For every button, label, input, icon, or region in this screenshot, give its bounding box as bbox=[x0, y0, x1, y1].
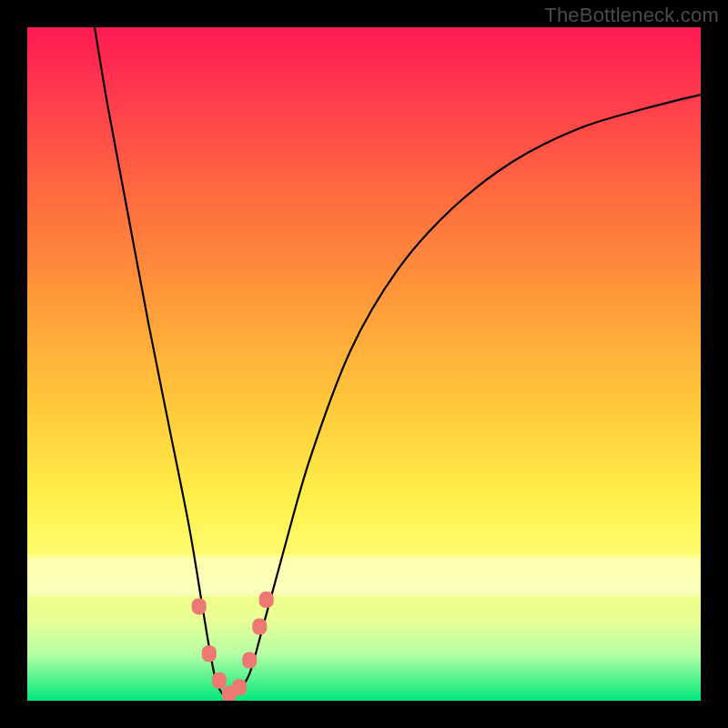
trough-marker bbox=[212, 672, 227, 689]
chart-frame: TheBottleneck.com bbox=[0, 0, 728, 728]
trough-marker bbox=[192, 598, 207, 614]
trough-marker bbox=[252, 619, 267, 635]
plot-area bbox=[27, 27, 701, 701]
trough-marker bbox=[232, 679, 247, 695]
trough-marker bbox=[242, 652, 257, 669]
trough-marker bbox=[259, 592, 274, 608]
trough-marker bbox=[202, 645, 217, 662]
bottleneck-curve bbox=[95, 27, 701, 697]
trough-marker-group bbox=[192, 592, 274, 701]
curve-layer bbox=[27, 27, 701, 701]
watermark-text: TheBottleneck.com bbox=[544, 4, 719, 27]
